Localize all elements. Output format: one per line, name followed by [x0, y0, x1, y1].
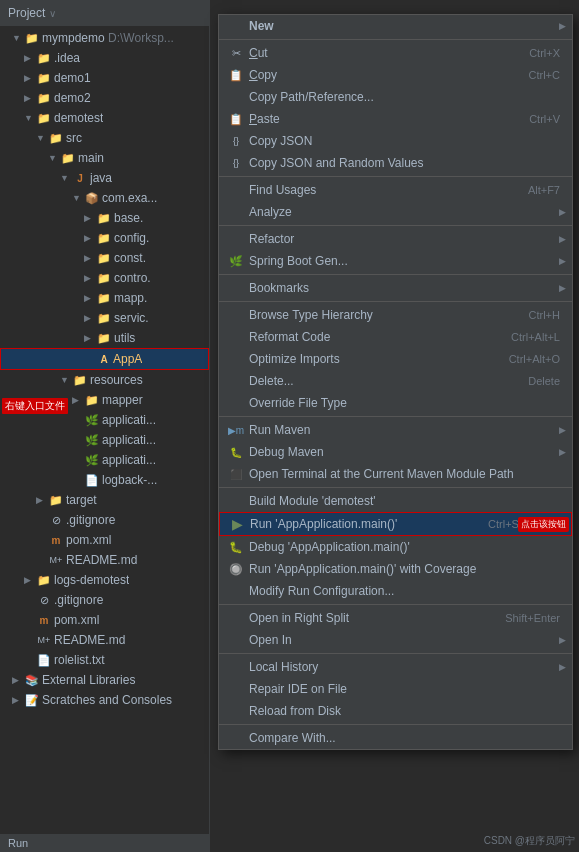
- menu-item-spring-boot[interactable]: 🌿 Spring Boot Gen...: [219, 250, 572, 272]
- watermark: CSDN @程序员阿宁: [484, 834, 575, 848]
- tree-item-scratches[interactable]: ▶ 📝 Scratches and Consoles: [0, 690, 209, 710]
- tree-item-appa[interactable]: A AppA: [0, 348, 209, 370]
- tree-item-contro[interactable]: ▶ 📁 contro.: [0, 268, 209, 288]
- menu-label-run-app: Run 'AppApplication.main()': [250, 517, 468, 531]
- label-idea: .idea: [54, 51, 80, 65]
- optimize-icon: [227, 351, 245, 367]
- menu-label-reformat: Reformat Code: [249, 330, 491, 344]
- menu-item-repair-ide[interactable]: Repair IDE on File: [219, 678, 572, 700]
- icon-pomxml2: m: [36, 612, 52, 628]
- tree-item-pomxml1[interactable]: m pom.xml: [0, 530, 209, 550]
- menu-label-copy-path: Copy Path/Reference...: [249, 90, 560, 104]
- arrow-demo2: ▶: [24, 93, 36, 103]
- menu-item-paste[interactable]: 📋 Paste Ctrl+V: [219, 108, 572, 130]
- tree-item-gitignore1[interactable]: ⊘ .gitignore: [0, 510, 209, 530]
- menu-item-copy[interactable]: 📋 Copy Ctrl+C: [219, 64, 572, 86]
- menu-item-find-usages[interactable]: Find Usages Alt+F7: [219, 179, 572, 201]
- tree-item-pomxml2[interactable]: m pom.xml: [0, 610, 209, 630]
- icon-mapper: 📁: [84, 392, 100, 408]
- tree-item-applic2[interactable]: 🌿 applicati...: [0, 430, 209, 450]
- menu-item-local-history[interactable]: Local History: [219, 656, 572, 678]
- run-tab[interactable]: Run: [8, 837, 28, 849]
- tree-item-logsdemotest[interactable]: ▶ 📁 logs-demotest: [0, 570, 209, 590]
- project-header[interactable]: Project ∨: [0, 0, 209, 26]
- menu-item-copy-path[interactable]: Copy Path/Reference...: [219, 86, 572, 108]
- icon-readme1: M+: [48, 552, 64, 568]
- menu-item-run-app[interactable]: ▶ Run 'AppApplication.main()' Ctrl+Shift…: [219, 512, 572, 536]
- menu-item-browse-hierarchy[interactable]: Browse Type Hierarchy Ctrl+H: [219, 304, 572, 326]
- tree-item-mympdemo[interactable]: ▼ 📁 mympdemo D:\Worksp...: [0, 28, 209, 48]
- debug-maven-icon: 🐛: [227, 444, 245, 460]
- menu-item-modify-run[interactable]: Modify Run Configuration...: [219, 580, 572, 602]
- tree-item-applic3[interactable]: 🌿 applicati...: [0, 450, 209, 470]
- tree-item-const[interactable]: ▶ 📁 const.: [0, 248, 209, 268]
- icon-comexamp: 📦: [84, 190, 100, 206]
- tree-item-main[interactable]: ▼ 📁 main: [0, 148, 209, 168]
- tree-item-base[interactable]: ▶ 📁 base.: [0, 208, 209, 228]
- menu-item-debug-maven[interactable]: 🐛 Debug Maven: [219, 441, 572, 463]
- tree-item-demotest[interactable]: ▼ 📁 demotest: [0, 108, 209, 128]
- menu-item-open-terminal[interactable]: ⬛ Open Terminal at the Current Maven Mod…: [219, 463, 572, 485]
- menu-label-new: New: [249, 19, 560, 33]
- cut-icon: ✂: [227, 45, 245, 61]
- tree-item-readme2[interactable]: M+ README.md: [0, 630, 209, 650]
- menu-item-compare-with[interactable]: Compare With...: [219, 727, 572, 749]
- label-demo2: demo2: [54, 91, 91, 105]
- delete-shortcut: Delete: [528, 375, 560, 387]
- tree-item-gitignore2[interactable]: ⊘ .gitignore: [0, 590, 209, 610]
- menu-item-optimize[interactable]: Optimize Imports Ctrl+Alt+O: [219, 348, 572, 370]
- tree-item-target[interactable]: ▶ 📁 target: [0, 490, 209, 510]
- menu-item-open-in[interactable]: Open In: [219, 629, 572, 651]
- menu-label-open-right-split: Open in Right Split: [249, 611, 485, 625]
- menu-item-reload-disk[interactable]: Reload from Disk: [219, 700, 572, 722]
- tree-item-rolelist[interactable]: 📄 rolelist.txt: [0, 650, 209, 670]
- label-appa: AppA: [113, 352, 142, 366]
- tree-item-utils[interactable]: ▶ 📁 utils: [0, 328, 209, 348]
- icon-java: J: [72, 170, 88, 186]
- icon-applic1: 🌿: [84, 412, 100, 428]
- menu-item-copy-json[interactable]: {} Copy JSON: [219, 130, 572, 152]
- menu-item-open-right-split[interactable]: Open in Right Split Shift+Enter: [219, 607, 572, 629]
- menu-item-new[interactable]: New: [219, 15, 572, 37]
- bottom-bar: Run: [0, 834, 209, 852]
- menu-item-analyze[interactable]: Analyze: [219, 201, 572, 223]
- menu-item-refactor[interactable]: Refactor: [219, 228, 572, 250]
- tree-item-extlibs[interactable]: ▶ 📚 External Libraries: [0, 670, 209, 690]
- tree-item-idea[interactable]: ▶ 📁 .idea: [0, 48, 209, 68]
- tree-item-demo1[interactable]: ▶ 📁 demo1: [0, 68, 209, 88]
- icon-gitignore1: ⊘: [48, 512, 64, 528]
- menu-item-run-coverage[interactable]: 🔘 Run 'AppApplication.main()' with Cover…: [219, 558, 572, 580]
- menu-label-delete: Delete...: [249, 374, 508, 388]
- icon-appa: A: [97, 352, 111, 366]
- menu-label-compare-with: Compare With...: [249, 731, 560, 745]
- menu-item-delete[interactable]: Delete... Delete: [219, 370, 572, 392]
- label-comexamp: com.exa...: [102, 191, 157, 205]
- menu-item-bookmarks[interactable]: Bookmarks: [219, 277, 572, 299]
- tree-item-mapp[interactable]: ▶ 📁 mapp.: [0, 288, 209, 308]
- menu-item-reformat[interactable]: Reformat Code Ctrl+Alt+L: [219, 326, 572, 348]
- tree-item-logback[interactable]: 📄 logback-...: [0, 470, 209, 490]
- tree-item-resources[interactable]: ▼ 📁 resources: [0, 370, 209, 390]
- run-maven-icon: ▶m: [227, 422, 245, 438]
- arrow-comexamp: ▼: [72, 193, 84, 203]
- menu-item-debug-app[interactable]: 🐛 Debug 'AppApplication.main()': [219, 536, 572, 558]
- tree-item-readme1[interactable]: M+ README.md: [0, 550, 209, 570]
- label-scratches: Scratches and Consoles: [42, 693, 172, 707]
- label-pomxml2: pom.xml: [54, 613, 99, 627]
- find-usages-shortcut: Alt+F7: [528, 184, 560, 196]
- menu-item-cut[interactable]: ✂ Cut Ctrl+X: [219, 42, 572, 64]
- refactor-icon: [227, 231, 245, 247]
- tree-item-demo2[interactable]: ▶ 📁 demo2: [0, 88, 209, 108]
- menu-item-copy-json-random[interactable]: {} Copy JSON and Random Values: [219, 152, 572, 174]
- menu-item-build-module[interactable]: Build Module 'demotest': [219, 490, 572, 512]
- project-chevron: ∨: [49, 8, 56, 19]
- tree-item-src[interactable]: ▼ 📁 src: [0, 128, 209, 148]
- tree-item-servic[interactable]: ▶ 📁 servic.: [0, 308, 209, 328]
- menu-item-run-maven[interactable]: ▶m Run Maven: [219, 419, 572, 441]
- menu-item-override-filetype[interactable]: Override File Type: [219, 392, 572, 414]
- tree-item-java[interactable]: ▼ J java: [0, 168, 209, 188]
- menu-label-browse-hierarchy: Browse Type Hierarchy: [249, 308, 509, 322]
- tree-item-config[interactable]: ▶ 📁 config.: [0, 228, 209, 248]
- arrow-demotest: ▼: [24, 113, 36, 123]
- tree-item-comexamp[interactable]: ▼ 📦 com.exa...: [0, 188, 209, 208]
